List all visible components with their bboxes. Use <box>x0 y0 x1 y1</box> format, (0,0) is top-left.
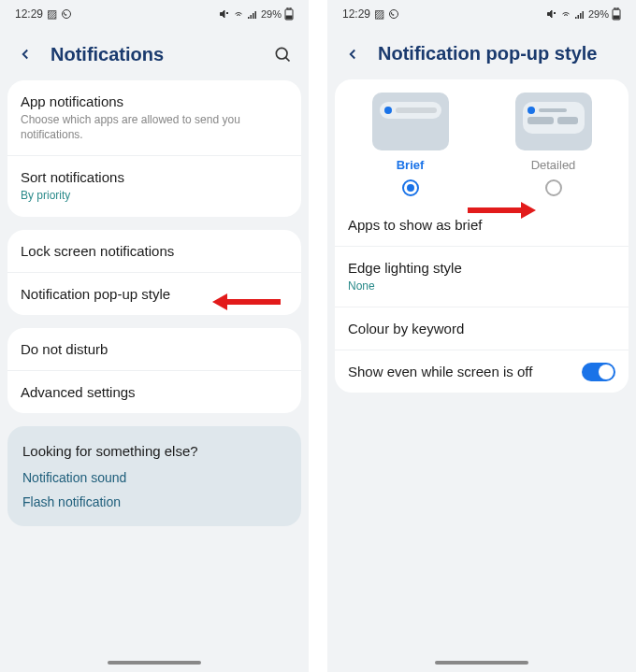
battery-percent: 29% <box>261 8 282 20</box>
link-notification-sound[interactable]: Notification sound <box>22 470 286 485</box>
wifi-icon <box>560 8 571 20</box>
status-time: 12:29 <box>342 7 370 21</box>
svg-rect-8 <box>614 16 619 19</box>
header: Notification pop-up style <box>327 24 636 79</box>
radio-detailed[interactable] <box>545 179 562 196</box>
row-dnd[interactable]: Do not disturb <box>7 328 301 371</box>
header: Notifications <box>0 24 309 80</box>
row-sub: Choose which apps are allowed to send yo… <box>21 112 288 142</box>
search-button[interactable] <box>271 43 294 65</box>
mute-icon <box>546 8 557 20</box>
signal-icon <box>247 8 258 20</box>
back-button[interactable] <box>342 44 363 64</box>
svg-point-4 <box>276 48 287 59</box>
row-edge-lighting[interactable]: Edge lighting style None <box>335 247 629 307</box>
back-button[interactable] <box>15 44 36 64</box>
status-time: 12:29 <box>15 7 43 21</box>
svg-rect-3 <box>286 16 292 19</box>
radio-brief[interactable] <box>402 179 419 196</box>
page-title: Notification pop-up style <box>378 43 621 64</box>
row-title: Edge lighting style <box>348 260 615 276</box>
svg-rect-7 <box>614 7 618 9</box>
row-sub: None <box>348 279 615 293</box>
suggestions-title: Looking for something else? <box>22 443 286 459</box>
row-title: Show even while screen is off <box>348 364 615 379</box>
whatsapp-icon <box>61 8 72 20</box>
battery-icon <box>612 7 621 21</box>
card-2: Lock screen notifications Notification p… <box>7 230 301 315</box>
row-advanced[interactable]: Advanced settings <box>7 371 301 413</box>
row-lock-screen[interactable]: Lock screen notifications <box>7 230 301 273</box>
preview-brief <box>372 93 449 150</box>
svg-point-5 <box>390 10 398 19</box>
row-title: Do not disturb <box>21 341 288 357</box>
row-sub: By priority <box>21 188 288 203</box>
whatsapp-icon <box>388 8 399 20</box>
card-1: App notifications Choose which apps are … <box>7 80 301 217</box>
phone-left: 12:29 ▨ 29% Notifications <box>0 0 309 672</box>
wifi-icon <box>233 8 244 20</box>
gallery-icon: ▨ <box>374 7 384 21</box>
status-bar: 12:29 ▨ 29% <box>327 0 636 24</box>
toggle-show-off[interactable] <box>582 363 615 381</box>
row-title: Advanced settings <box>21 384 288 400</box>
row-sort-notifications[interactable]: Sort notifications By priority <box>7 156 301 216</box>
style-picker: Brief Detailed <box>335 79 629 204</box>
preview-detailed <box>515 93 592 150</box>
row-title: Apps to show as brief <box>348 217 615 233</box>
battery-percent: 29% <box>588 8 609 20</box>
signal-icon <box>574 8 585 20</box>
svg-point-0 <box>63 10 71 19</box>
card-style: Brief Detailed Apps to show as brief Edg… <box>335 79 629 393</box>
row-title: Colour by keyword <box>348 321 615 336</box>
mute-icon <box>219 8 230 20</box>
style-option-brief[interactable]: Brief <box>342 93 478 196</box>
row-app-notifications[interactable]: App notifications Choose which apps are … <box>7 80 301 156</box>
row-title: App notifications <box>21 93 288 109</box>
status-bar: 12:29 ▨ 29% <box>0 0 309 24</box>
card-3: Do not disturb Advanced settings <box>7 328 301 413</box>
phone-right: 12:29 ▨ 29% Notification pop-u <box>327 0 636 672</box>
row-popup-style[interactable]: Notification pop-up style <box>7 273 301 315</box>
home-indicator[interactable] <box>435 661 528 665</box>
link-flash-notification[interactable]: Flash notification <box>22 494 286 509</box>
style-label-brief: Brief <box>342 158 478 172</box>
row-colour-keyword[interactable]: Colour by keyword <box>335 307 629 350</box>
row-title: Notification pop-up style <box>21 286 288 302</box>
row-title: Sort notifications <box>21 169 288 185</box>
row-apps-brief[interactable]: Apps to show as brief <box>335 204 629 247</box>
row-show-off[interactable]: Show even while screen is off <box>335 350 629 393</box>
home-indicator[interactable] <box>108 661 201 665</box>
gallery-icon: ▨ <box>47 7 57 21</box>
battery-icon <box>284 7 294 21</box>
style-label-detailed: Detailed <box>485 158 621 172</box>
page-title: Notifications <box>51 44 256 65</box>
style-option-detailed[interactable]: Detailed <box>485 93 621 196</box>
suggestions-card: Looking for something else? Notification… <box>7 426 301 526</box>
svg-rect-2 <box>287 7 291 9</box>
row-title: Lock screen notifications <box>21 243 288 259</box>
